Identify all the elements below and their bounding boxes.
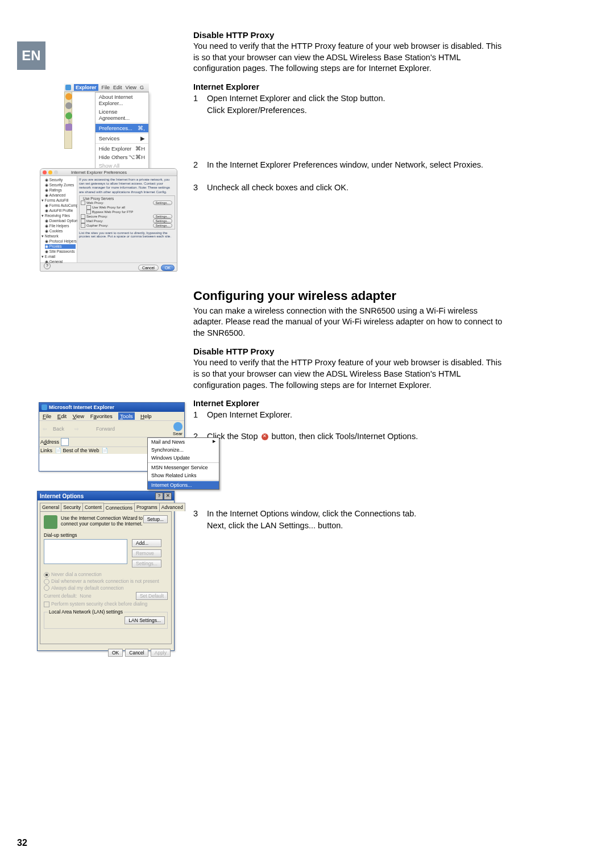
subheading-ie-2: Internet Explorer — [193, 399, 506, 408]
menu-edit[interactable]: Edit — [113, 85, 122, 90]
mac-prefs-main: If you are accessing the Internet from a… — [77, 176, 177, 262]
tools-dropdown: Mail and News Synchronize... Windows Upd… — [147, 437, 219, 490]
language-badge: EN — [17, 41, 45, 70]
tab-connections[interactable]: Connections — [103, 503, 135, 512]
refresh-icon[interactable] — [65, 112, 72, 119]
tools-msn[interactable]: MSN Messenger Service — [148, 464, 219, 471]
lan-settings-button[interactable]: LAN Settings... — [125, 616, 165, 624]
body-wireless: You can make a wireless connection with … — [193, 306, 506, 339]
win-menubar: File Edit View Favorites Tools Help — [39, 412, 184, 421]
globe-wizard-icon — [44, 515, 57, 529]
secure-proxy-settings[interactable]: Settings... — [153, 214, 172, 219]
radio-never-dial[interactable]: Never dial a connection — [44, 571, 168, 578]
menu-explorer[interactable]: Explorer — [74, 84, 98, 91]
forward-button[interactable]: Forward — [96, 426, 115, 432]
menu-view[interactable]: View — [126, 85, 136, 90]
menu-help[interactable]: Help — [140, 413, 152, 419]
menu-edit[interactable]: Edit — [57, 413, 67, 419]
io-titlebar: Internet Options ?✕ — [38, 491, 174, 500]
menu-services[interactable]: Services▶ — [96, 134, 148, 143]
help-icon[interactable]: ? — [44, 262, 51, 269]
mac-ie-preferences-window: Internet Explorer Preferences ◉ Security… — [40, 168, 177, 272]
setup-button[interactable]: Setup... — [143, 515, 168, 523]
ok-button[interactable]: OK — [161, 265, 175, 271]
internet-options-dialog: Internet Options ?✕ General Security Con… — [37, 491, 175, 651]
ok-button[interactable]: OK — [108, 649, 123, 657]
step-3: 3Uncheck all check boxes and click OK. — [193, 182, 506, 194]
tab-general[interactable]: General — [40, 503, 61, 511]
back-button[interactable]: Back — [53, 426, 64, 432]
lan-group-label: Local Area Network (LAN) settings — [48, 609, 124, 615]
help-icon[interactable]: ? — [155, 493, 163, 500]
step-2: 2In the Internet Explorer Preferences wi… — [193, 159, 506, 172]
radio-dial-when-none[interactable]: Dial whenever a network connection is no… — [44, 578, 168, 585]
radio-always-dial[interactable]: Always dial my default connection — [44, 585, 168, 591]
tools-sync[interactable]: Synchronize... — [148, 446, 219, 454]
menu-hide-explorer[interactable]: Hide Explorer⌘H — [96, 144, 148, 153]
menu-file[interactable]: File — [102, 85, 110, 90]
subheading-ie-1: Internet Explorer — [193, 82, 506, 91]
ie-icon — [42, 404, 47, 410]
step-win-1: 1Open Internet Explorer. — [193, 409, 506, 422]
heading-disable-proxy-2: Disable HTTP Proxy — [193, 347, 506, 356]
menu-view[interactable]: View — [73, 413, 84, 419]
step-1: 1Open Internet Explorer and click the St… — [193, 93, 506, 118]
stop-toolbar-icon[interactable] — [65, 102, 72, 109]
mail-proxy-settings[interactable]: Settings... — [153, 219, 172, 223]
remove-button: Remove — [132, 549, 161, 557]
tab-content[interactable]: Content — [82, 503, 104, 511]
set-default-button: Set Default — [136, 592, 168, 600]
prefs-note: If you are accessing the Internet from a… — [79, 178, 175, 194]
tab-security[interactable]: Security — [61, 503, 83, 511]
io-tabs: General Security Content Connections Pro… — [40, 503, 172, 511]
tools-winupdate[interactable]: Windows Update — [148, 454, 219, 462]
mac-prefs-titlebar: Internet Explorer Preferences — [40, 169, 177, 176]
menu-g[interactable]: G — [140, 85, 144, 90]
menu-preferences[interactable]: Preferences...⌘, — [96, 124, 148, 132]
windows-ie-screenshot: Microsoft Internet Explorer File Edit Vi… — [39, 402, 185, 471]
main-content: Disable HTTP Proxy You need to verify th… — [193, 30, 506, 535]
tools-internet-options[interactable]: Internet Options... — [148, 481, 219, 489]
close-icon[interactable]: ✕ — [164, 493, 172, 500]
add-button[interactable]: Add... — [132, 539, 161, 547]
dialup-list[interactable] — [44, 539, 127, 564]
menu-hide-others[interactable]: Hide Others⌥⌘H — [96, 153, 148, 161]
apply-button: Apply — [151, 649, 171, 657]
traffic-lights[interactable] — [43, 170, 60, 174]
cancel-button[interactable]: Cancel — [138, 265, 159, 271]
direct-note: List the sites you want to connect to di… — [79, 231, 175, 238]
menu-license[interactable]: License Agreement... — [96, 107, 148, 122]
menu-file[interactable]: File — [43, 413, 51, 419]
web-proxy-settings[interactable]: Settings... — [153, 201, 172, 205]
menu-tools[interactable]: Tools — [118, 412, 134, 420]
tab-programs[interactable]: Programs — [134, 503, 160, 511]
body-1: You need to verify that the HTTP Proxy f… — [193, 41, 506, 74]
tools-related[interactable]: Show Related Links — [148, 471, 219, 479]
check-perform-security[interactable]: Perform system security check before dia… — [44, 601, 168, 607]
stop-icon — [262, 433, 268, 440]
page-number: 32 — [17, 838, 27, 848]
tab-advanced[interactable]: Advanced — [159, 503, 185, 511]
dialup-label: Dial-up settings — [44, 532, 168, 538]
win-ie-titlebar: Microsoft Internet Explorer — [39, 403, 184, 412]
mac-prefs-sidebar[interactable]: ◉ Security ◉ Security Zones ◉ Ratings ◉ … — [40, 176, 77, 262]
menu-about[interactable]: About Internet Explorer... — [96, 93, 148, 107]
mac-explorer-dropdown: About Internet Explorer... License Agree… — [95, 92, 149, 181]
back-icon[interactable] — [65, 93, 72, 100]
mac-prefs-title: Internet Explorer Preferences — [71, 170, 127, 175]
step-win-2: 2Click the Stop button, then click Tools… — [193, 431, 506, 443]
main-heading-wireless: Configuring your wireless adapter — [193, 289, 506, 303]
mac-menubar: Explorer File Edit View G — [64, 84, 149, 92]
tools-mail-news[interactable]: Mail and News — [148, 438, 219, 446]
menu-favorites[interactable]: Favorites — [90, 413, 113, 419]
finder-icon — [65, 85, 71, 90]
body-2: You need to verify that the HTTP Proxy f… — [193, 357, 506, 391]
mac-explorer-menu-screenshot: Explorer File Edit View G About Internet… — [64, 84, 149, 181]
settings-button: Settings... — [132, 560, 161, 567]
step-win-3: 3In the Internet Options window, click t… — [193, 508, 506, 533]
gopher-proxy-settings[interactable]: Settings... — [153, 223, 172, 228]
wizard-text: Use the Internet Connection Wizard to co… — [61, 515, 143, 527]
home-icon[interactable] — [65, 124, 72, 131]
search[interactable]: Sear — [173, 422, 182, 436]
cancel-button[interactable]: Cancel — [125, 649, 148, 657]
